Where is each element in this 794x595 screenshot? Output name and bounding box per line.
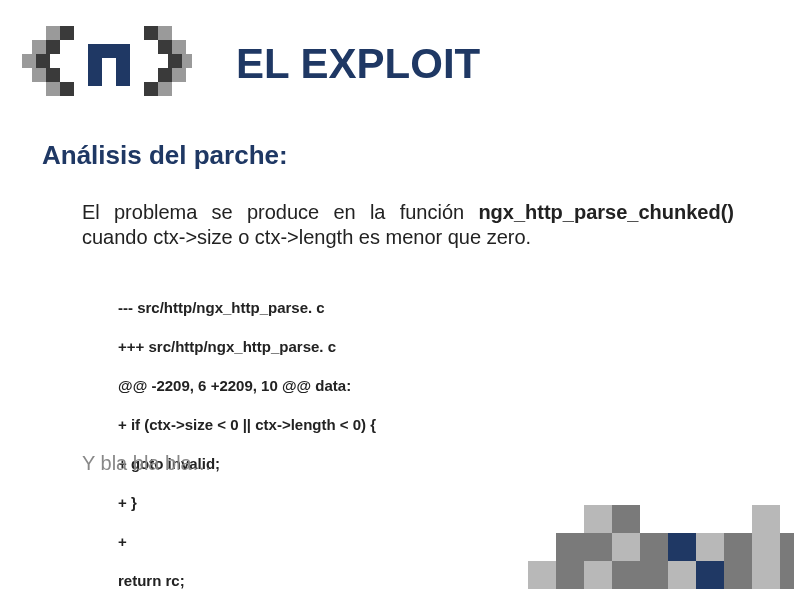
svg-rect-12	[116, 44, 130, 86]
svg-rect-21	[172, 68, 186, 82]
svg-rect-3	[32, 68, 46, 82]
body-pre: El problema se produce en la función	[82, 201, 478, 223]
svg-rect-39	[752, 561, 780, 589]
svg-rect-4	[46, 82, 60, 96]
svg-rect-24	[612, 505, 640, 533]
svg-rect-10	[88, 44, 102, 86]
svg-rect-1	[32, 40, 46, 54]
diff-line: --- src/http/ngx_http_parse. c	[118, 298, 376, 318]
svg-rect-8	[46, 68, 60, 82]
svg-rect-23	[584, 505, 612, 533]
svg-rect-0	[46, 26, 60, 40]
svg-rect-35	[640, 561, 668, 589]
diff-line: @@ -2209, 6 +2209, 10 @@ data:	[118, 376, 376, 396]
diff-line: return rc;	[118, 571, 376, 591]
svg-rect-9	[60, 82, 74, 96]
svg-rect-2	[22, 54, 36, 68]
svg-rect-11	[102, 44, 116, 58]
body-paragraph: El problema se produce en la función ngx…	[82, 200, 734, 250]
svg-rect-36	[668, 561, 696, 589]
slide: EL EXPLOIT Análisis del parche: El probl…	[0, 0, 794, 595]
decor-pixel-pattern-icon	[474, 485, 794, 595]
svg-rect-30	[696, 533, 724, 561]
body-bold-func: ngx_http_parse_chunked()	[478, 201, 734, 223]
svg-rect-18	[158, 26, 172, 40]
svg-rect-31	[528, 561, 556, 589]
svg-rect-34	[612, 561, 640, 589]
svg-rect-33	[584, 561, 612, 589]
closing-text: Y bla bla bla…	[82, 452, 212, 475]
diff-line: + }	[118, 493, 376, 513]
diff-line: +++ src/http/ngx_http_parse. c	[118, 337, 376, 357]
svg-rect-15	[168, 54, 182, 68]
svg-rect-41	[724, 533, 752, 561]
diff-line: +	[118, 532, 376, 552]
slide-subtitle: Análisis del parche:	[42, 140, 288, 171]
logo-pixel-n-icon	[22, 26, 192, 96]
svg-rect-44	[752, 505, 780, 533]
diff-line: + if (ctx->size < 0 || ctx->length < 0) …	[118, 415, 376, 435]
svg-rect-19	[172, 40, 186, 54]
svg-rect-6	[46, 40, 60, 54]
svg-rect-42	[752, 533, 780, 561]
svg-rect-16	[158, 68, 172, 82]
svg-rect-17	[144, 82, 158, 96]
svg-rect-37	[696, 561, 724, 589]
svg-rect-5	[60, 26, 74, 40]
svg-rect-27	[612, 533, 640, 561]
svg-rect-20	[182, 54, 192, 68]
svg-rect-14	[158, 40, 172, 54]
svg-rect-29	[668, 533, 696, 561]
svg-rect-43	[780, 533, 794, 561]
svg-rect-22	[158, 82, 172, 96]
svg-rect-28	[640, 533, 668, 561]
svg-rect-25	[556, 533, 584, 561]
svg-rect-26	[584, 533, 612, 561]
svg-rect-13	[144, 26, 158, 40]
svg-rect-40	[780, 561, 794, 589]
svg-rect-7	[36, 54, 50, 68]
slide-title: EL EXPLOIT	[236, 40, 480, 88]
svg-rect-38	[724, 561, 752, 589]
svg-rect-32	[556, 561, 584, 589]
diff-block: --- src/http/ngx_http_parse. c +++ src/h…	[118, 278, 376, 595]
body-post: cuando ctx->size o ctx->length es menor …	[82, 226, 531, 248]
